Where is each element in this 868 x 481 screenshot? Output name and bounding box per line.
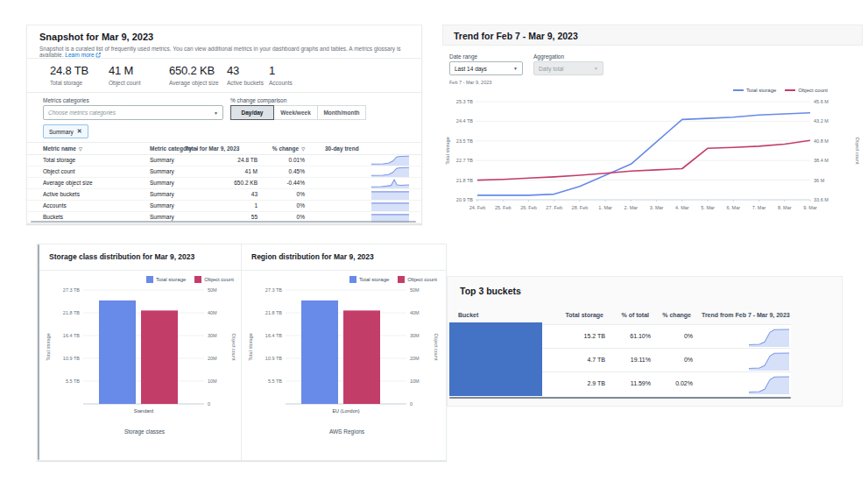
svg-text:27. Feb: 27. Feb <box>546 205 562 210</box>
storage-class-bar-chart: 27.3 TB50M21.8 TB40M16.4 TB30M10.9 TB20M… <box>39 285 241 425</box>
region-xaxis-title: AWS Regions <box>277 428 417 435</box>
kpi-active-buckets: 43 Active buckets <box>227 64 264 86</box>
svg-text:27.3 TB: 27.3 TB <box>63 287 80 293</box>
change-comparison-label: % change comparison <box>230 97 286 103</box>
object-count-legend-swatch <box>785 89 795 91</box>
svg-text:30M: 30M <box>410 333 420 338</box>
svg-text:24. Feb: 24. Feb <box>469 205 486 210</box>
legend-label: Total storage <box>359 277 389 282</box>
trend-sparkline <box>371 166 409 177</box>
col-pct-of-total: % of total <box>610 312 649 318</box>
svg-text:10.9 TB: 10.9 TB <box>63 356 80 361</box>
svg-text:8. Mar: 8. Mar <box>778 205 792 210</box>
chevron-down-icon: ▼ <box>214 110 218 116</box>
segment-month-month[interactable]: Month/month <box>317 105 366 120</box>
svg-text:20.9 TB: 20.9 TB <box>456 197 473 202</box>
trend-sparkline <box>371 154 409 166</box>
snapshot-title: Snapshot for Mar 9, 2023 <box>39 32 153 42</box>
chevron-down-icon: ▼ <box>513 66 518 71</box>
object-count-legend-swatch <box>398 276 405 283</box>
metric-row: Average object size Summary 650.2 KB -0.… <box>27 177 421 189</box>
region-bar-chart: 27.3 TB50M21.8 TB40M16.4 TB30M10.9 TB20M… <box>242 285 443 425</box>
svg-text:Standard: Standard <box>134 408 153 414</box>
legend-label: Object count <box>407 277 437 282</box>
kpi-object-count: 41 M Object count <box>109 64 141 86</box>
svg-text:21.8 TB: 21.8 TB <box>456 178 473 183</box>
col-change[interactable]: % change▽ <box>268 143 305 154</box>
svg-text:3. Mar: 3. Mar <box>650 205 664 210</box>
svg-text:22.7 TB: 22.7 TB <box>456 158 473 163</box>
token-remove-icon[interactable]: ✕ <box>77 128 82 135</box>
svg-text:20M: 20M <box>208 356 217 361</box>
sort-icon: ▽ <box>301 146 305 152</box>
total-storage-legend-swatch <box>349 276 356 283</box>
top-buckets-panel: Top 3 buckets Bucket Total storage % of … <box>447 276 843 407</box>
kpi-accounts: 1 Accounts <box>269 64 293 86</box>
bucket-trend-sparkline <box>749 374 789 394</box>
metric-row: Active buckets Summary 43 0% <box>27 188 421 201</box>
trend-sparkline <box>371 188 409 200</box>
metrics-categories-select[interactable]: Choose metrics categories ▼ <box>43 105 223 120</box>
date-range-value: Last 14 days <box>455 66 487 72</box>
metric-table-header: Metric name▽ Metric category▼ Total for … <box>27 142 421 155</box>
distribution-panel: Storage class distribution for Mar 9, 20… <box>37 244 447 461</box>
svg-text:2. Mar: 2. Mar <box>625 205 639 210</box>
svg-text:Total storage: Total storage <box>46 333 51 361</box>
svg-text:45.6 M: 45.6 M <box>814 99 829 104</box>
svg-text:Object count: Object count <box>231 334 236 361</box>
region-title: Region distribution for Mar 9, 2023 <box>251 252 374 261</box>
snapshot-panel: Snapshot for Mar 9, 2023 Snapshot is a c… <box>26 25 422 224</box>
summary-token: Summary ✕ <box>43 124 88 138</box>
svg-text:36 M: 36 M <box>814 178 825 183</box>
storage-class-xaxis-title: Storage classes <box>74 428 215 435</box>
svg-text:Object count: Object count <box>434 334 439 361</box>
trend-panel: Trend for Feb 7 - Mar 9, 2023 Date range… <box>442 25 863 231</box>
svg-text:26. Feb: 26. Feb <box>520 205 537 210</box>
learn-more-link[interactable]: Learn more <box>65 52 94 58</box>
col-total: Total for Mar 9, 2023 <box>185 143 239 154</box>
aggregation-select: Daily total ▼ <box>533 61 603 75</box>
svg-text:5.5 TB: 5.5 TB <box>66 378 80 384</box>
segment-week-week[interactable]: Week/week <box>273 105 318 120</box>
horizontal-scrollbar[interactable] <box>31 221 416 223</box>
region-legend: Total storage Object count <box>349 276 437 283</box>
storage-class-chart-section: Storage class distribution for Mar 9, 20… <box>39 244 241 460</box>
svg-text:28. Feb: 28. Feb <box>572 205 589 210</box>
legend-label: Object count <box>204 277 234 282</box>
svg-text:50M: 50M <box>410 287 420 293</box>
trend-subtitle: Feb 7 - Mar 9, 2023 <box>449 80 491 85</box>
object-count-legend-swatch <box>194 276 201 283</box>
svg-text:33.6 M: 33.6 M <box>814 197 829 202</box>
top-buckets-title: Top 3 buckets <box>460 286 521 296</box>
svg-text:7. Mar: 7. Mar <box>752 205 766 210</box>
svg-text:9. Mar: 9. Mar <box>803 205 817 210</box>
region-chart-section: Region distribution for Mar 9, 2023 Tota… <box>242 244 446 460</box>
svg-text:25.3 TB: 25.3 TB <box>456 99 473 104</box>
kpi-total-storage: 24.8 TB Total storage <box>50 64 88 86</box>
bucket-names-redaction-overlay <box>449 322 542 396</box>
svg-text:25. Feb: 25. Feb <box>495 205 512 210</box>
legend-label: Total storage <box>156 277 186 282</box>
segment-day-day[interactable]: Day/day <box>230 105 274 120</box>
trend-title: Trend for Feb 7 - Mar 9, 2023 <box>454 31 578 41</box>
horizontal-scrollbar[interactable] <box>449 397 791 399</box>
svg-text:20M: 20M <box>410 356 420 361</box>
svg-text:24.4 TB: 24.4 TB <box>456 118 473 124</box>
metric-row: Object count Summary 41 M 0.45% <box>27 166 421 178</box>
svg-text:40M: 40M <box>410 310 420 315</box>
metric-row: Total storage Summary 24.8 TB 0.01% <box>27 154 421 166</box>
legend-label: Total storage <box>746 88 776 93</box>
col-metric-name[interactable]: Metric name▽ <box>43 143 82 154</box>
svg-text:10M: 10M <box>208 378 217 384</box>
svg-text:Total storage: Total storage <box>445 137 450 165</box>
date-range-label: Date range <box>449 53 477 60</box>
legend-label: Object count <box>798 88 828 93</box>
bucket-trend-sparkline <box>749 350 789 371</box>
svg-text:30M: 30M <box>208 333 217 338</box>
total-storage-legend-swatch <box>733 89 744 91</box>
svg-text:27.3 TB: 27.3 TB <box>265 287 282 293</box>
metrics-categories-placeholder: Choose metrics categories <box>48 110 116 116</box>
col-total-storage: Total storage <box>533 312 603 318</box>
date-range-select[interactable]: Last 14 days ▼ <box>449 61 523 75</box>
svg-text:50M: 50M <box>208 287 217 293</box>
